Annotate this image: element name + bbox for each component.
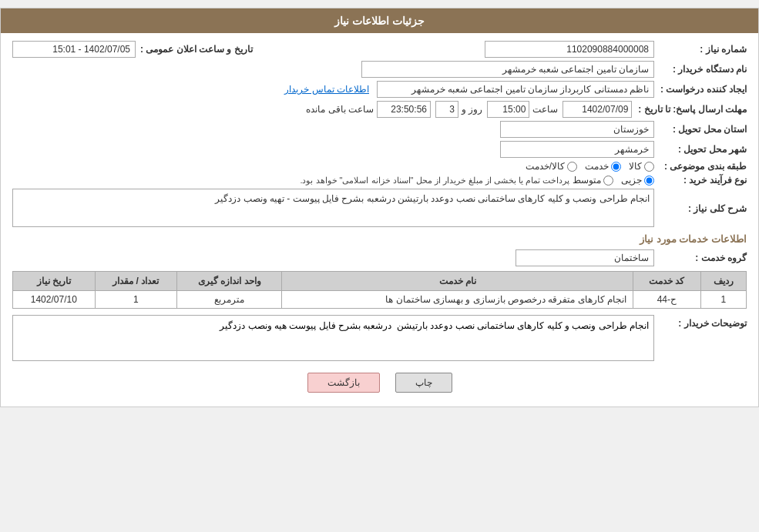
noeFarayand-jozii-item[interactable]: جزیی (621, 175, 654, 186)
main-form-area: شماره نیاز : 1102090884000008 تاریخ و سا… (12, 41, 747, 363)
row-namDastgah: نام دستگاه خریدار : سازمان تامین اجتماعی… (12, 61, 747, 78)
noeFarayand-label: نوع فرآیند خرید : (654, 175, 747, 186)
mohlat-roz-label: روز و (462, 104, 482, 115)
tabaqe-kala-khadamat-label: کالا/خدمت (526, 161, 565, 172)
noeFarayand-jozii-radio[interactable] (644, 176, 654, 186)
col-name: نام خدمت (282, 272, 633, 291)
col-vahed: واحد اندازه گیری (177, 272, 282, 291)
header-bar: جزئیات اطلاعات نیاز (1, 8, 758, 33)
sharh-box-wrapper: انجام طراحی ونصب و کلیه کارهای ساختمانی … (12, 189, 654, 227)
shomareNiaz-label: شماره نیاز : (654, 44, 747, 55)
ostan-label: استان محل تحویل : (654, 124, 747, 135)
ijadKonande-link[interactable]: اطلاعات تماس خریدار (284, 84, 369, 95)
tabaqe-kala-label: کالا (629, 161, 642, 172)
mohlat-roz-value: 3 (435, 101, 458, 118)
header-title: جزئیات اطلاعات نیاز (334, 15, 425, 27)
button-bar: چاپ بازگشت (12, 373, 747, 393)
back-button[interactable]: بازگشت (307, 373, 380, 393)
col-radif: ردیف (700, 272, 746, 291)
print-button[interactable]: چاپ (395, 373, 452, 393)
sharh-label: شرح کلی نیاز : (654, 202, 747, 214)
col-tarikh: تاریخ نیاز (13, 272, 96, 291)
tabaqe-radios: کالا خدمت کالا/خدمت (526, 161, 654, 172)
tabaqe-khadamat-label: خدمت (585, 161, 609, 172)
services-table: ردیف کد خدمت نام خدمت واحد اندازه گیری ت… (12, 271, 747, 309)
noeFarayand-mottaset-item[interactable]: متوسط (573, 175, 613, 186)
row-shahr: شهر محل تحویل : خرمشهر (12, 141, 747, 158)
mohlat-saat-value: 15:00 (487, 101, 529, 118)
tabaqe-kala-radio[interactable] (644, 162, 654, 172)
namDastgah-value: سازمان تامین اجتماعی شعبه خرمشهر (361, 61, 654, 78)
row-tawsieat: توضیحات خریدار : (12, 315, 747, 363)
namDastgah-label: نام دستگاه خریدار : (654, 64, 747, 75)
row-gorohe: گروه خدمت : ساختمان (12, 249, 747, 266)
shahr-value: خرمشهر (500, 141, 654, 158)
shomareNiaz-value: 1102090884000008 (485, 41, 654, 58)
table-cell: انجام کارهای متفرقه درخصوص بازسازی و بهس… (282, 291, 633, 309)
tabaqe-kala-khadamat-item[interactable]: کالا/خدمت (526, 161, 577, 172)
mohlat-countdown: 23:50:56 (377, 101, 431, 118)
tabaqe-kala-item[interactable]: کالا (629, 161, 654, 172)
table-cell: ح-44 (633, 291, 701, 309)
noeFarayand-mottaset-radio[interactable] (603, 176, 613, 186)
sharh-value: انجام طراحی ونصب و کلیه کارهای ساختمانی … (12, 189, 654, 227)
tarikheElan-value: 1402/07/05 - 15:01 (12, 41, 136, 58)
row-ijadKonande: ایجاد کننده درخواست : ناظم دمستانی کاربر… (12, 81, 747, 98)
noeFarayand-mottaset-label: متوسط (573, 175, 601, 186)
tawsieat-wrapper (12, 315, 654, 363)
ijadKonande-value: ناظم دمستانی کاربرداز سازمان تامین اجتما… (377, 81, 654, 98)
row-noeFarayand: نوع فرآیند خرید : جزیی متوسط پرداخت تمام… (12, 175, 747, 186)
table-cell: 1 (95, 291, 176, 309)
table-cell: مترمربع (177, 291, 282, 309)
tawsieat-textarea[interactable] (12, 315, 654, 361)
table-cell: 1402/07/10 (13, 291, 96, 309)
tabaqe-kala-khadamat-radio[interactable] (567, 162, 577, 172)
tarikheElan-label: تاریخ و ساعت اعلان عمومی : (136, 44, 253, 55)
page-wrapper: جزئیات اطلاعات نیاز شماره نیاز : 1102090… (0, 8, 759, 407)
gorohe-label: گروه خدمت : (654, 253, 747, 263)
gorohe-value: ساختمان (516, 249, 654, 266)
ostan-value: خوزستان (500, 121, 654, 138)
tabaqe-khadamat-radio[interactable] (611, 162, 621, 172)
noeFarayand-jozii-label: جزیی (621, 175, 642, 186)
row-shomareNiaz: شماره نیاز : 1102090884000008 تاریخ و سا… (12, 41, 747, 58)
noeFarayand-note: پرداخت تمام یا بخشی از مبلغ خریدار از مح… (300, 176, 569, 186)
ijadKonande-label: ایجاد کننده درخواست : (654, 84, 747, 95)
col-code: کد خدمت (633, 272, 701, 291)
mohlat-label: مهلت ارسال پاسخ: تا تاریخ : (632, 104, 747, 115)
tawsieat-label: توضیحات خریدار : (654, 315, 747, 329)
row-tabaqe: طبقه بندی موضوعی : کالا خدمت کالا/خدمت (12, 161, 747, 172)
tabaqe-label: طبقه بندی موضوعی : (654, 161, 747, 172)
table-cell: 1 (700, 291, 746, 309)
row-mohlat: مهلت ارسال پاسخ: تا تاریخ : 1402/07/09 س… (12, 101, 747, 118)
khadamat-section-title: اطلاعات خدمات مورد نیاز (12, 233, 747, 245)
content-area: شماره نیاز : 1102090884000008 تاریخ و سا… (1, 33, 758, 407)
row-sharh: شرح کلی نیاز : انجام طراحی ونصب و کلیه ک… (12, 189, 747, 227)
shahr-label: شهر محل تحویل : (654, 144, 747, 155)
col-tedad: تعداد / مقدار (95, 272, 176, 291)
mohlat-date: 1402/07/09 (563, 101, 632, 118)
table-row: 1ح-44انجام کارهای متفرقه درخصوص بازسازی … (13, 291, 747, 309)
mohlat-saat-label: ساعت (532, 104, 558, 115)
row-ostan: استان محل تحویل : خوزستان (12, 121, 747, 138)
mohlat-mande-label: ساعت باقی مانده (306, 104, 374, 115)
table-header-row: ردیف کد خدمت نام خدمت واحد اندازه گیری ت… (13, 272, 747, 291)
tabaqe-khadamat-item[interactable]: خدمت (585, 161, 621, 172)
noeFarayand-radios: جزیی متوسط (573, 175, 654, 186)
